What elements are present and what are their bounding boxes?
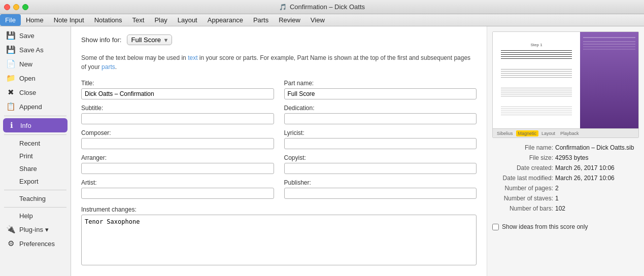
menu-play[interactable]: Play <box>149 14 172 26</box>
sidebar-item-close[interactable]: ✖ Close <box>0 85 71 99</box>
right-panel: Step 1 <box>487 26 644 276</box>
input-dedication[interactable] <box>284 113 477 124</box>
show-ideas-row: Show ideas from this score only <box>492 223 639 230</box>
field-dedication: Dedication: <box>284 105 477 124</box>
minimize-window-button[interactable] <box>13 4 19 10</box>
date-modified-value: March 26, 2017 10:06 <box>555 175 615 182</box>
num-pages-value: 2 <box>555 185 559 192</box>
preview-purple-area <box>580 32 638 128</box>
save-icon: 💾 <box>6 31 15 40</box>
info-icon: ℹ <box>7 121 16 130</box>
sidebar-item-new[interactable]: 📄 New <box>0 57 71 71</box>
sidebar-item-preferences[interactable]: ⚙ Preferences <box>0 236 71 251</box>
new-icon: 📄 <box>6 59 15 68</box>
menu-appearance[interactable]: Appearance <box>202 14 248 26</box>
title-bar: 🎵 Confirmation – Dick Oatts <box>0 0 644 14</box>
sidebar-item-help[interactable]: Help <box>0 210 71 222</box>
field-title: Title: <box>81 80 274 99</box>
input-copyist[interactable] <box>284 163 477 174</box>
sidebar-item-append[interactable]: 📋 Append <box>0 99 71 114</box>
file-name-value: Confirmation – Dick Oatts.sib <box>555 144 634 151</box>
num-staves-key: Number of staves: <box>492 195 553 202</box>
file-info-name-row: File name: Confirmation – Dick Oatts.sib <box>492 144 639 151</box>
input-lyricist[interactable] <box>284 138 477 149</box>
file-size-value: 42953 bytes <box>555 154 588 161</box>
sidebar-item-recent[interactable]: Recent <box>0 137 71 150</box>
field-publisher: Publisher: <box>284 179 477 199</box>
label-composer: Composer: <box>81 129 274 136</box>
instrument-changes-section: Instrument changes: Tenor Saxophone <box>81 206 477 267</box>
show-ideas-checkbox[interactable] <box>492 224 499 230</box>
menu-layout[interactable]: Layout <box>173 14 202 26</box>
input-arranger[interactable] <box>81 163 274 174</box>
score-select[interactable]: Full Score Part 1 Part 2 <box>131 36 161 44</box>
input-publisher[interactable] <box>284 188 477 199</box>
file-info-bars-row: Number of bars: 102 <box>492 205 639 212</box>
app-body: 💾 Save 💾 Save As 📄 New 📁 Open ✖ Close 📋 … <box>0 26 644 276</box>
label-copyist: Copyist: <box>284 154 477 161</box>
field-lyricist: Lyricist: <box>284 129 477 149</box>
close-icon: ✖ <box>6 88 15 97</box>
file-size-key: File size: <box>492 154 553 161</box>
sidebar-item-save-as[interactable]: 💾 Save As <box>0 43 71 57</box>
label-subtitle: Subtitle: <box>81 105 274 112</box>
menu-text[interactable]: Text <box>127 14 150 26</box>
field-arranger: Arranger: <box>81 154 274 174</box>
menu-note-input[interactable]: Note Input <box>49 14 89 26</box>
title-icon: 🎵 <box>279 4 287 11</box>
menu-review[interactable]: Review <box>274 14 306 26</box>
date-created-value: March 26, 2017 10:06 <box>555 164 615 171</box>
preview-tab-playback[interactable]: Playback <box>558 130 581 136</box>
sidebar-divider-4 <box>4 207 66 208</box>
input-part-name[interactable] <box>284 88 477 99</box>
label-lyricist: Lyricist: <box>284 129 477 136</box>
menu-parts[interactable]: Parts <box>248 14 274 26</box>
input-composer[interactable] <box>81 138 274 149</box>
window-title: 🎵 Confirmation – Dick Oatts <box>279 3 365 11</box>
sidebar-item-open[interactable]: 📁 Open <box>0 71 71 85</box>
menu-view[interactable]: View <box>306 14 330 26</box>
close-window-button[interactable] <box>4 4 10 10</box>
num-bars-value: 102 <box>555 205 565 212</box>
menu-file[interactable]: File <box>0 14 21 26</box>
input-instrument-changes[interactable]: Tenor Saxophone <box>81 215 477 265</box>
label-instrument-changes: Instrument changes: <box>81 206 477 213</box>
input-title[interactable] <box>81 88 274 99</box>
sidebar-item-export[interactable]: Export <box>0 175 71 188</box>
sidebar-item-info[interactable]: ℹ Info <box>3 118 67 132</box>
maximize-window-button[interactable] <box>22 4 28 10</box>
label-publisher: Publisher: <box>284 179 477 186</box>
show-ideas-label: Show ideas from this score only <box>502 223 588 230</box>
plug-ins-icon: 🔌 <box>6 225 15 234</box>
sidebar-item-save[interactable]: 💾 Save <box>0 28 71 43</box>
input-subtitle[interactable] <box>81 113 274 124</box>
window-controls[interactable] <box>4 4 28 10</box>
form-grid: Title: Part name: Subtitle: Dedication: … <box>81 80 477 204</box>
select-arrow-icon: ▼ <box>163 37 169 43</box>
sidebar-item-print[interactable]: Print <box>0 150 71 162</box>
show-info-row: Show info for: Full Score Part 1 Part 2 … <box>81 34 477 45</box>
preview-tab-magnetic[interactable]: Magnetic <box>516 130 539 136</box>
sidebar-divider-3 <box>4 190 66 190</box>
num-pages-key: Number of pages: <box>492 185 553 192</box>
file-info-size-row: File size: 42953 bytes <box>492 154 639 161</box>
preview-tab-sibelius[interactable]: Sibelius <box>495 130 515 136</box>
append-icon: 📋 <box>6 102 15 111</box>
input-artist[interactable] <box>81 188 274 199</box>
preview-inner: Step 1 <box>493 32 638 128</box>
sidebar: 💾 Save 💾 Save As 📄 New 📁 Open ✖ Close 📋 … <box>0 26 71 276</box>
preview-tab-bar: Sibelius Magnetic Layout Playback <box>493 128 638 137</box>
score-select-container[interactable]: Full Score Part 1 Part 2 ▼ <box>127 34 173 45</box>
menu-home[interactable]: Home <box>21 14 49 26</box>
sidebar-item-teaching[interactable]: Teaching <box>0 192 71 205</box>
sidebar-item-share[interactable]: Share <box>0 162 71 175</box>
menu-notations[interactable]: Notations <box>89 14 127 26</box>
main-content: Show info for: Full Score Part 1 Part 2 … <box>71 26 487 276</box>
label-part-name: Part name: <box>284 80 477 87</box>
preview-tab-layout[interactable]: Layout <box>539 130 557 136</box>
sidebar-item-plug-ins[interactable]: 🔌 Plug-ins ▾ <box>0 222 71 236</box>
field-copyist: Copyist: <box>284 154 477 174</box>
file-info-table: File name: Confirmation – Dick Oatts.sib… <box>492 144 639 215</box>
preferences-icon: ⚙ <box>6 239 15 248</box>
sidebar-divider-2 <box>4 134 66 135</box>
